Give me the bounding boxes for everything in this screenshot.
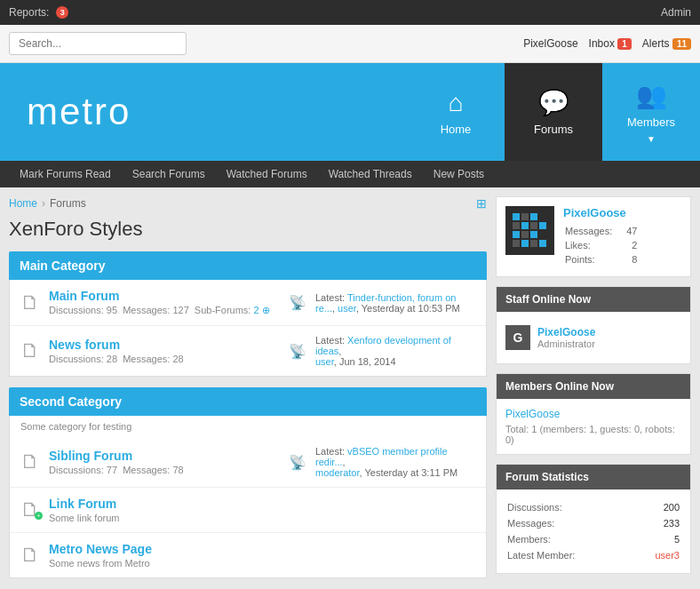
staff-avatar: G	[505, 325, 530, 350]
forum-news-info: News forum Discussions: 28 Messages: 28	[49, 338, 280, 364]
breadcrumb-separator: ›	[42, 197, 45, 210]
forum-link-name[interactable]: Link Forum	[49, 497, 475, 511]
forum-doc-icon: 🗋	[20, 450, 40, 474]
nav-home-label: Home	[441, 123, 472, 136]
forum-news-name[interactable]: News forum	[49, 338, 280, 352]
forum-sibling-name[interactable]: Sibling Forum	[49, 449, 280, 463]
nav-menu: Mark Forums Read Search Forums Watched F…	[0, 161, 700, 187]
forum-link-info: Link Forum Some link forum	[49, 497, 475, 523]
messages-label: Messages:	[507, 516, 632, 530]
user-avatar	[505, 206, 554, 255]
inbox-button[interactable]: Inbox 1	[589, 37, 632, 50]
discussions-value: 200	[634, 500, 680, 514]
svg-rect-4	[513, 222, 520, 229]
forum-news-latest: Latest: Xenforo development of ideas, us…	[315, 335, 475, 367]
reports-badge[interactable]: 3	[56, 6, 68, 19]
watched-threads-link[interactable]: Watched Threads	[318, 161, 423, 187]
nav-home[interactable]: ⌂ Home	[407, 63, 505, 161]
category-second-header: Second Category	[9, 387, 487, 416]
forums-icon: 💬	[538, 88, 569, 117]
svg-rect-13	[530, 240, 537, 247]
main-content: Home › Forums ⊞ XenForo Styles Main Cate…	[9, 196, 487, 589]
svg-rect-10	[530, 231, 537, 238]
forum-main-info: Main Forum Discussions: 95 Messages: 127…	[49, 289, 280, 316]
members-online: PixelGoose Total: 1 (members: 1, guests:…	[505, 408, 681, 445]
table-row: 🗋 Main Forum Discussions: 95 Messages: 1…	[10, 280, 486, 326]
sidebar-stats-card: Forum Statistics Discussions: 200 Messag…	[496, 464, 691, 574]
username-label: PixelGoose	[523, 37, 577, 50]
latest-thread-link[interactable]: vBSEO member profile redir...	[315, 446, 448, 467]
latest-user-link[interactable]: user	[338, 303, 356, 314]
hero-nav: ⌂ Home 💬 Forums 👥 Members ▼	[407, 63, 700, 161]
table-row: 🗋 Sibling Forum Discussions: 77 Messages…	[10, 437, 486, 488]
nav-members[interactable]: 👥 Members ▼	[602, 63, 700, 161]
table-row: 🗋+ Link Forum Some link forum	[10, 488, 486, 533]
svg-rect-9	[521, 231, 529, 238]
alerts-button[interactable]: Alerts 11	[642, 37, 691, 50]
table-row: 🗋 Metro News Page Some news from Metro	[10, 533, 486, 577]
new-posts-link[interactable]: New Posts	[423, 161, 495, 187]
latest-user: user, Yesterday at 10:53 PM	[338, 303, 460, 314]
discussions-label: Discussions:	[507, 500, 632, 514]
search-forums-link[interactable]: Search Forums	[122, 161, 216, 187]
members-value: 5	[634, 532, 680, 546]
user-stats-table: Messages: 47 Likes: 2 Points: 8	[563, 223, 642, 267]
inbox-badge: 1	[617, 38, 632, 50]
alerts-badge: 11	[672, 38, 691, 50]
svg-rect-14	[539, 240, 546, 247]
forum-main-name[interactable]: Main Forum	[49, 289, 280, 303]
messages-label: Messages:	[565, 225, 616, 237]
staff-name[interactable]: PixelGoose	[537, 326, 595, 338]
search-input[interactable]	[9, 32, 187, 55]
forum-main-latest: Latest: Tinder-function, forum on re...,…	[315, 292, 475, 314]
category-second-desc: Some category for testing	[9, 416, 487, 437]
points-label: Points:	[565, 253, 616, 266]
rss-icon[interactable]: 📡	[289, 343, 306, 360]
table-row: 🗋 News forum Discussions: 28 Messages: 2…	[10, 326, 486, 376]
forum-metro-desc: Some news from Metro	[49, 558, 475, 569]
staff-body: G PixelGoose Administrator	[497, 312, 690, 363]
svg-rect-3	[530, 213, 537, 220]
stats-table: Discussions: 200 Messages: 233 Members: …	[505, 498, 681, 564]
sidebar-staff-card: Staff Online Now G PixelGoose Administra…	[496, 286, 691, 364]
subforum-link[interactable]: 2 ⊕	[253, 305, 269, 315]
sidebar-username[interactable]: PixelGoose	[563, 206, 642, 219]
forum-sibling-info: Sibling Forum Discussions: 77 Messages: …	[49, 449, 280, 475]
latest-user-link[interactable]: moderator	[315, 467, 360, 478]
points-value: 8	[617, 253, 640, 266]
svg-rect-8	[513, 231, 520, 238]
online-member-link[interactable]: PixelGoose	[505, 408, 560, 420]
brand-area: metro	[0, 63, 407, 161]
messages-value: 47	[617, 225, 640, 237]
likes-value: 2	[617, 239, 640, 251]
breadcrumb-current: Forums	[50, 197, 86, 210]
mark-forums-read-link[interactable]: Mark Forums Read	[9, 161, 122, 187]
staff-role: Administrator	[537, 338, 595, 349]
main-layout: Home › Forums ⊞ XenForo Styles Main Cate…	[0, 187, 700, 589]
staff-info: PixelGoose Administrator	[537, 326, 595, 349]
user-nav: PixelGoose Inbox 1 Alerts 11	[523, 37, 691, 50]
latest-member-label: Latest Member:	[507, 548, 632, 562]
nav-forums-label: Forums	[534, 123, 573, 136]
home-icon: ⌂	[449, 89, 464, 117]
top-bar-left: Reports: 3	[9, 6, 68, 19]
stats-header: Forum Statistics	[497, 465, 690, 490]
watched-forums-link[interactable]: Watched Forums	[216, 161, 318, 187]
watch-icon[interactable]: ⊞	[476, 196, 487, 211]
rss-icon[interactable]: 📡	[289, 454, 306, 471]
category-main-table: 🗋 Main Forum Discussions: 95 Messages: 1…	[9, 280, 487, 377]
latest-thread-link[interactable]: Xenforo development of ideas	[315, 335, 451, 356]
nav-forums[interactable]: 💬 Forums	[505, 63, 602, 161]
breadcrumb-home[interactable]: Home	[9, 197, 37, 210]
forum-metro-name[interactable]: Metro News Page	[49, 542, 475, 556]
members-body: PixelGoose Total: 1 (members: 1, guests:…	[497, 399, 690, 454]
sidebar-user-body: PixelGoose Messages: 47 Likes: 2	[497, 197, 690, 276]
rss-icon[interactable]: 📡	[289, 294, 306, 311]
svg-rect-7	[539, 222, 546, 229]
reports-label: Reports:	[9, 6, 49, 19]
site-logo: metro	[27, 91, 131, 133]
latest-user-link[interactable]: user	[315, 356, 334, 367]
members-total: Total: 1 (members: 1, guests: 0, robots:…	[505, 424, 681, 445]
forum-doc-icon: 🗋	[20, 291, 40, 314]
latest-member-link[interactable]: user3	[655, 550, 680, 561]
